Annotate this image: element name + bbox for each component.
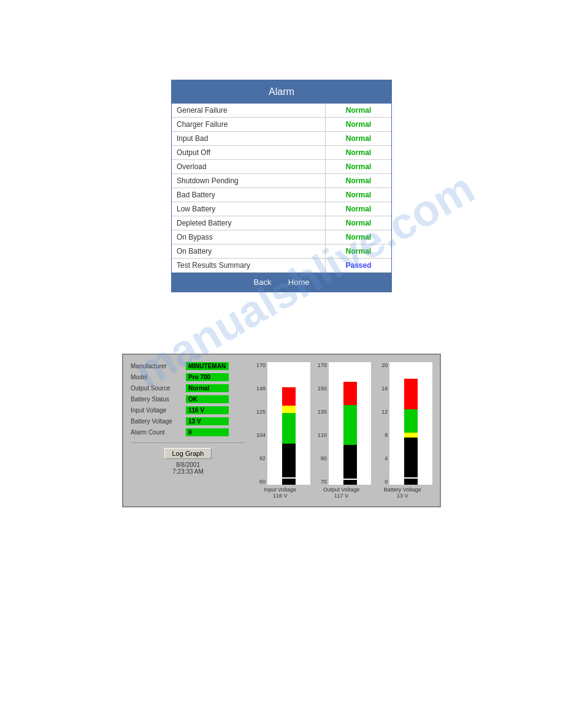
alarm-label: Low Battery xyxy=(172,202,326,216)
alarm-row: Overload Normal xyxy=(172,160,391,174)
log-date: 8/8/2001 xyxy=(131,461,245,468)
ups-info-label: Model xyxy=(131,374,186,381)
alarm-label: Bad Battery xyxy=(172,188,326,202)
scale-label: 70 xyxy=(321,479,327,485)
ups-container: Manufacturer MINUTEMAN Model Pro 700 Out… xyxy=(122,354,441,507)
alarm-row: Bad Battery Normal xyxy=(172,188,391,202)
log-graph-button[interactable]: Log Graph xyxy=(164,448,212,459)
alarm-label: On Battery xyxy=(172,245,326,259)
ups-info-label: Output Source xyxy=(131,385,186,392)
alarm-label: Overload xyxy=(172,160,326,174)
scale-label: 104 xyxy=(256,432,266,438)
scale-label: 8 xyxy=(385,432,388,438)
alarm-label: General Failure xyxy=(172,104,326,118)
alarm-status: Normal xyxy=(326,230,391,245)
ups-info-value: OK xyxy=(186,395,229,403)
alarm-table: General Failure Normal Charger Failure N… xyxy=(172,104,391,273)
graph-bar-area xyxy=(389,362,432,485)
alarm-row: General Failure Normal xyxy=(172,104,391,118)
scale-label: 60 xyxy=(259,479,266,485)
ups-info-row: Battery Voltage 13 V xyxy=(131,417,245,425)
alarm-container: Alarm General Failure Normal Charger Fai… xyxy=(171,80,392,292)
graph-column-1: 1701501301109070 Output Voltage117 V xyxy=(312,362,372,499)
scale-label: 90 xyxy=(321,455,327,461)
alarm-status: Normal xyxy=(326,132,391,146)
graph-title: Battery Voltage13 V xyxy=(384,487,421,499)
alarm-label: Depleted Battery xyxy=(172,216,326,230)
alarm-row: Input Bad Normal xyxy=(172,132,391,146)
ups-info-value: MINUTEMAN xyxy=(186,362,229,370)
graph-scale: 1701501301109070 xyxy=(312,362,329,485)
home-link[interactable]: Home xyxy=(288,278,310,287)
alarm-label: Shutdown Pending xyxy=(172,174,326,188)
alarm-row: Shutdown Pending Normal xyxy=(172,174,391,188)
ups-inner: Manufacturer MINUTEMAN Model Pro 700 Out… xyxy=(128,360,435,501)
scale-label: 125 xyxy=(256,409,266,415)
alarm-status: Normal xyxy=(326,174,391,188)
scale-label: 0 xyxy=(385,479,388,485)
ups-info-value: 0 xyxy=(186,428,229,436)
alarm-status: Normal xyxy=(326,202,391,216)
graph-scale: 201612840 xyxy=(372,362,389,485)
log-time: 7:23:33 AM xyxy=(131,468,245,475)
graph-bar-area xyxy=(329,362,372,485)
alarm-footer: Back Home xyxy=(172,273,391,292)
alarm-label: Output Off xyxy=(172,146,326,160)
ups-info-value: Normal xyxy=(186,384,229,392)
alarm-row: Charger Failure Normal xyxy=(172,118,391,132)
scale-label: 16 xyxy=(381,385,388,392)
alarm-status: Passed xyxy=(326,259,391,273)
graph-title: Input Voltage116 V xyxy=(264,487,297,499)
scale-label: 150 xyxy=(318,385,327,392)
scale-label: 4 xyxy=(385,455,388,461)
graph-area: 201612840 xyxy=(372,362,432,485)
alarm-status: Normal xyxy=(326,188,391,202)
alarm-status: Normal xyxy=(326,160,391,174)
ups-section: Manufacturer MINUTEMAN Model Pro 700 Out… xyxy=(0,317,563,507)
graph-column-0: 1701481251049260 Input Voltage116 V xyxy=(250,362,310,499)
ups-info-row: Battery Status OK xyxy=(131,395,245,403)
ups-info-label: Manufacturer xyxy=(131,363,186,370)
ups-info-value: 13 V xyxy=(186,417,229,425)
scale-label: 170 xyxy=(318,362,327,368)
alarm-label: Test Results Summary xyxy=(172,259,326,273)
graph-bar-area xyxy=(267,362,310,485)
alarm-label: Charger Failure xyxy=(172,118,326,132)
ups-info-label: Alarm Count xyxy=(131,429,186,436)
graph-title: Output Voltage117 V xyxy=(323,487,360,499)
alarm-status: Normal xyxy=(326,104,391,118)
ups-info-label: Battery Status xyxy=(131,396,186,403)
ups-info-panel: Manufacturer MINUTEMAN Model Pro 700 Out… xyxy=(128,360,248,501)
ups-info-row: Output Source Normal xyxy=(131,384,245,392)
alarm-label: Input Bad xyxy=(172,132,326,146)
alarm-row: Low Battery Normal xyxy=(172,202,391,216)
scale-label: 92 xyxy=(259,455,266,461)
alarm-row: On Battery Normal xyxy=(172,245,391,259)
ups-info-row: Input Voltage 116 V xyxy=(131,406,245,414)
scale-label: 20 xyxy=(381,362,388,368)
graph-area: 1701481251049260 xyxy=(250,362,310,485)
graph-area: 1701501301109070 xyxy=(312,362,372,485)
scale-label: 170 xyxy=(256,362,266,368)
graph-column-2: 201612840 Battery Voltage13 V xyxy=(372,362,432,499)
alarm-status: Normal xyxy=(326,146,391,160)
alarm-row: On Bypass Normal xyxy=(172,230,391,245)
graph-scale: 1701481251049260 xyxy=(250,362,267,485)
scale-label: 148 xyxy=(256,385,266,392)
ups-info-value: 116 V xyxy=(186,406,229,414)
ups-info-row: Alarm Count 0 xyxy=(131,428,245,436)
scale-label: 130 xyxy=(318,409,327,415)
alarm-label: On Bypass xyxy=(172,230,326,245)
alarm-status: Normal xyxy=(326,216,391,230)
scale-label: 110 xyxy=(318,432,327,438)
alarm-status: Normal xyxy=(326,245,391,259)
back-link[interactable]: Back xyxy=(254,278,272,287)
alarm-row: Depleted Battery Normal xyxy=(172,216,391,230)
ups-info-row: Manufacturer MINUTEMAN xyxy=(131,362,245,370)
alarm-row: Test Results Summary Passed xyxy=(172,259,391,273)
ups-info-row: Model Pro 700 xyxy=(131,373,245,381)
ups-info-label: Input Voltage xyxy=(131,407,186,414)
ups-info-label: Battery Voltage xyxy=(131,418,186,425)
alarm-status: Normal xyxy=(326,118,391,132)
log-graph-section: Log Graph 8/8/2001 7:23:33 AM xyxy=(131,442,245,475)
